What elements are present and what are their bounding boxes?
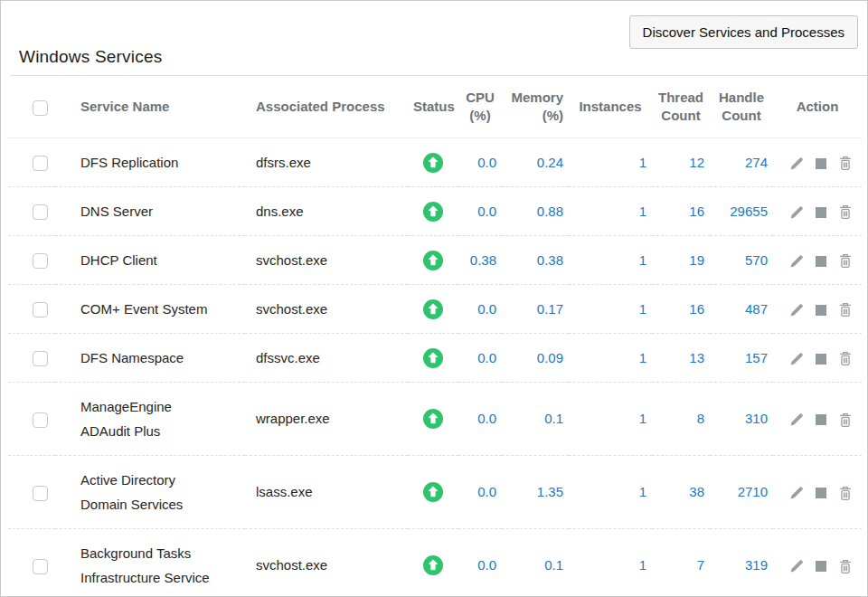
row-checkbox[interactable] — [33, 253, 48, 269]
handle-count-value: 2710 — [710, 456, 773, 529]
column-header-service-name: Service Name — [55, 76, 245, 138]
table-row: DFS Replication dfsrs.exe 0.0 0.24 1 12 … — [8, 138, 862, 187]
cpu-percent-value: 0.0 — [458, 334, 502, 383]
edit-pencil-icon[interactable] — [789, 303, 804, 317]
table-row: Background Tasks Infrastructure Service … — [8, 529, 862, 597]
thread-count-value: 8 — [652, 383, 710, 456]
service-name: DFS Namespace — [80, 346, 184, 370]
status-up-arrow-circle-icon — [423, 153, 443, 173]
status-up-arrow-circle-icon — [423, 251, 443, 270]
instances-value: 1 — [569, 187, 652, 236]
column-header-cpu: CPU (%) — [458, 76, 502, 138]
stop-square-icon[interactable] — [816, 414, 826, 425]
edit-pencil-icon[interactable] — [789, 559, 804, 573]
associated-process: svchost.exe — [245, 529, 408, 597]
delete-trash-icon[interactable] — [838, 204, 853, 220]
associated-process: lsass.exe — [245, 456, 408, 529]
associated-process: svchost.exe — [245, 285, 408, 334]
select-all-checkbox[interactable] — [33, 100, 48, 116]
memory-percent-value: 0.38 — [502, 236, 569, 285]
memory-percent-value: 1.35 — [502, 456, 569, 529]
memory-percent-value: 0.1 — [502, 529, 569, 597]
stop-square-icon[interactable] — [816, 305, 826, 316]
delete-trash-icon[interactable] — [838, 559, 853, 574]
service-name: DHCP Client — [80, 248, 157, 272]
instances-value: 1 — [569, 138, 652, 187]
delete-trash-icon[interactable] — [838, 486, 853, 501]
instances-value: 1 — [569, 285, 652, 334]
cpu-percent-value: 0.0 — [458, 456, 502, 529]
stop-square-icon[interactable] — [816, 256, 826, 267]
table-row: ManageEngine ADAudit Plus wrapper.exe 0.… — [8, 383, 862, 456]
associated-process: dfsrs.exe — [245, 138, 408, 187]
status-up-arrow-circle-icon — [423, 482, 443, 502]
thread-count-value: 38 — [652, 456, 710, 529]
table-row: DNS Server dns.exe 0.0 0.88 1 16 29655 — [8, 187, 862, 236]
handle-count-value: 274 — [710, 138, 773, 187]
cpu-percent-value: 0.38 — [458, 236, 502, 285]
delete-trash-icon[interactable] — [838, 412, 853, 428]
handle-count-value: 319 — [710, 529, 773, 597]
edit-pencil-icon[interactable] — [789, 486, 804, 500]
column-header-status: Status — [408, 76, 458, 138]
status-up-arrow-circle-icon — [423, 202, 443, 222]
row-checkbox[interactable] — [33, 204, 48, 220]
thread-count-value: 16 — [652, 187, 710, 236]
handle-count-value: 310 — [710, 383, 773, 456]
edit-pencil-icon[interactable] — [789, 254, 804, 269]
cpu-percent-value: 0.0 — [458, 138, 502, 187]
delete-trash-icon[interactable] — [838, 156, 853, 171]
thread-count-value: 12 — [652, 138, 710, 187]
row-checkbox[interactable] — [33, 156, 48, 171]
edit-pencil-icon[interactable] — [789, 205, 804, 220]
status-up-arrow-circle-icon — [423, 348, 443, 368]
stop-square-icon[interactable] — [816, 207, 826, 218]
handle-count-value: 570 — [710, 236, 773, 285]
services-table-body: DFS Replication dfsrs.exe 0.0 0.24 1 12 … — [8, 138, 862, 597]
instances-value: 1 — [569, 529, 652, 597]
stop-square-icon[interactable] — [816, 354, 826, 365]
instances-value: 1 — [569, 334, 652, 383]
stop-square-icon[interactable] — [816, 488, 826, 498]
row-checkbox[interactable] — [33, 302, 48, 317]
page-title: Windows Services — [19, 47, 867, 67]
column-header-instances: Instances — [569, 76, 652, 138]
stop-square-icon[interactable] — [816, 158, 826, 169]
services-table: Service Name Associated Process Status C… — [8, 76, 862, 597]
thread-count-value: 19 — [652, 236, 710, 285]
cpu-percent-value: 0.0 — [458, 529, 502, 597]
edit-pencil-icon[interactable] — [789, 352, 804, 366]
edit-pencil-icon[interactable] — [789, 156, 804, 171]
status-up-arrow-circle-icon — [423, 409, 443, 429]
delete-trash-icon[interactable] — [838, 253, 853, 269]
instances-value: 1 — [569, 236, 652, 285]
cpu-percent-value: 0.0 — [458, 187, 502, 236]
associated-process: dns.exe — [245, 187, 408, 236]
cpu-percent-value: 0.0 — [458, 383, 502, 456]
handle-count-value: 29655 — [710, 187, 773, 236]
status-up-arrow-circle-icon — [423, 555, 443, 575]
column-header-thread-count: Thread Count — [652, 76, 710, 138]
delete-trash-icon[interactable] — [838, 302, 853, 317]
column-header-memory: Memory (%) — [502, 76, 569, 138]
edit-pencil-icon[interactable] — [789, 412, 804, 427]
service-name: COM+ Event System — [80, 297, 207, 321]
row-checkbox[interactable] — [33, 486, 48, 501]
row-checkbox[interactable] — [33, 351, 48, 366]
service-name: ManageEngine ADAudit Plus — [80, 394, 223, 443]
thread-count-value: 16 — [652, 285, 710, 334]
service-name: Background Tasks Infrastructure Service — [80, 541, 223, 590]
service-name: Active Directory Domain Services — [80, 468, 223, 516]
associated-process: wrapper.exe — [245, 383, 408, 456]
discover-services-button[interactable]: Discover Services and Processes — [629, 15, 858, 49]
column-header-handle-count: Handle Count — [710, 76, 773, 138]
thread-count-value: 7 — [652, 529, 710, 597]
instances-value: 1 — [569, 456, 652, 529]
cpu-percent-value: 0.0 — [458, 285, 502, 334]
row-checkbox[interactable] — [33, 559, 48, 574]
delete-trash-icon[interactable] — [838, 351, 853, 366]
status-up-arrow-circle-icon — [423, 299, 443, 319]
row-checkbox[interactable] — [33, 412, 48, 428]
handle-count-value: 487 — [710, 285, 773, 334]
stop-square-icon[interactable] — [816, 561, 826, 572]
